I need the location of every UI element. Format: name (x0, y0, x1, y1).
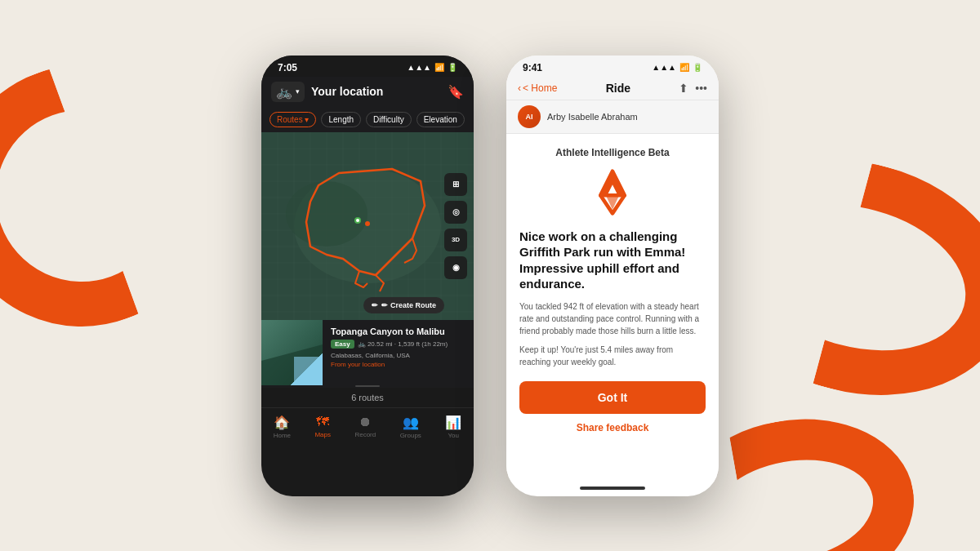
home-icon: 🏠 (274, 415, 290, 430)
route-location: Calabasas, California, USA (331, 352, 466, 359)
left-time: 7:05 (278, 62, 297, 73)
route-thumbnail (261, 320, 323, 385)
3d-button[interactable]: 3D (444, 229, 467, 251)
nav-groups-label: Groups (400, 432, 421, 439)
maps-icon: 🗺 (316, 415, 329, 429)
user-name: Arby Isabelle Abraham (547, 112, 638, 122)
map-controls: ⊞ ◎ 3D ◉ (444, 173, 467, 279)
nav-home-label: Home (274, 432, 291, 439)
length-filter[interactable]: Length (321, 112, 361, 127)
left-phone: 7:05 ▲▲▲ 📶 🔋 🚲 ▾ Your location 🔖 Routes … (261, 56, 474, 496)
svg-rect-31 (294, 357, 323, 385)
nav-record-label: Record (354, 431, 376, 438)
filter-bar: Routes ▾ Length Difficulty Elevation (261, 107, 474, 132)
svg-point-25 (286, 181, 368, 247)
back-button[interactable]: ‹ < Home (518, 82, 557, 94)
difficulty-filter-label: Difficulty (373, 115, 404, 124)
route-card[interactable]: Topanga Canyon to Malibu Easy 🚲 20.52 mi… (261, 320, 474, 385)
location-title: Your location (311, 85, 441, 98)
route-title: Topanga Canyon to Malibu (331, 327, 466, 336)
share-feedback-button[interactable]: Share feedback (519, 419, 706, 437)
route-tags: Easy 🚲 20.52 mi · 1,539 ft (1h 22m) (331, 340, 466, 349)
location-button[interactable]: ◉ (444, 256, 467, 279)
nav-you-label: You (448, 432, 460, 439)
groups-icon: 👥 (403, 415, 419, 430)
user-strip: AI Arby Isabelle Abraham (506, 100, 719, 134)
home-indicator (580, 487, 645, 490)
ai-headline: Nice work on a challenging Griffith Park… (519, 229, 706, 292)
ai-body-2: Keep it up! You're just 5.4 miles away f… (519, 344, 706, 368)
elevation-filter-label: Elevation (424, 115, 457, 124)
nav-maps-label: Maps (314, 431, 331, 438)
strava-logo-container (519, 168, 706, 217)
right-wifi-icon: 📶 (679, 63, 689, 72)
user-avatar: AI (518, 105, 541, 128)
create-route-label: ✏ Create Route (381, 301, 436, 309)
bike-selector[interactable]: 🚲 ▾ (271, 82, 305, 102)
route-stats: 🚲 20.52 mi · 1,539 ft (1h 22m) (358, 340, 448, 348)
share-icon[interactable]: ⬆ (679, 82, 688, 95)
bookmark-icon[interactable]: 🔖 (448, 84, 464, 100)
more-icon[interactable]: ••• (695, 82, 707, 95)
left-bottom-nav: 🏠 Home 🗺 Maps ⏺ Record 👥 Groups 📊 You (261, 407, 474, 449)
svg-point-27 (356, 219, 359, 222)
left-status-bar: 7:05 ▲▲▲ 📶 🔋 (261, 56, 474, 77)
nav-maps[interactable]: 🗺 Maps (314, 415, 331, 438)
elevation-filter[interactable]: Elevation (416, 112, 465, 127)
back-label: < Home (523, 82, 557, 94)
route-from: From your location (331, 361, 466, 368)
nav-home[interactable]: 🏠 Home (274, 415, 291, 439)
wifi-icon: 📶 (434, 63, 444, 72)
left-top-bar: 🚲 ▾ Your location 🔖 (261, 77, 474, 107)
difficulty-tag: Easy (331, 340, 354, 349)
left-status-icons: ▲▲▲ 📶 🔋 (407, 63, 457, 72)
you-icon: 📊 (445, 415, 461, 430)
difficulty-filter[interactable]: Difficulty (366, 112, 412, 127)
right-time: 9:41 (523, 62, 542, 73)
routes-filter[interactable]: Routes ▾ (270, 112, 316, 127)
route-overlay (261, 132, 474, 320)
dropdown-icon: ▾ (296, 87, 300, 96)
ai-panel: Athlete Intelligence Beta Nice w (506, 134, 719, 482)
nav-you[interactable]: 📊 You (445, 415, 461, 439)
nav-groups[interactable]: 👥 Groups (400, 415, 421, 439)
bike-icon: 🚲 (276, 84, 292, 100)
battery-icon: 🔋 (448, 63, 457, 72)
globe-button[interactable]: ◎ (444, 201, 467, 224)
right-battery-icon: 🔋 (693, 63, 702, 72)
signal-icon: ▲▲▲ (407, 63, 431, 72)
routes-filter-label: Routes ▾ (277, 115, 309, 124)
right-phone: 9:41 ▲▲▲ 📶 🔋 ‹ < Home Ride ⬆ ••• AI (506, 56, 719, 496)
ride-title: Ride (606, 82, 630, 95)
pencil-icon: ✏ (372, 301, 378, 309)
nav-record[interactable]: ⏺ Record (354, 415, 376, 438)
ai-panel-title: Athlete Intelligence Beta (519, 147, 706, 158)
back-chevron-icon: ‹ (518, 82, 521, 94)
route-info: Topanga Canyon to Malibu Easy 🚲 20.52 mi… (323, 320, 474, 385)
routes-count: 6 routes (261, 388, 474, 407)
create-route-button[interactable]: ✏ ✏ Create Route (363, 297, 444, 313)
right-status-icons: ▲▲▲ 📶 🔋 (652, 63, 702, 72)
phones-container: 7:05 ▲▲▲ 📶 🔋 🚲 ▾ Your location 🔖 Routes … (0, 0, 980, 551)
layers-button[interactable]: ⊞ (444, 173, 467, 196)
header-action-icons: ⬆ ••• (679, 82, 707, 95)
route-image-svg (261, 320, 323, 385)
right-nav-header: ‹ < Home Ride ⬆ ••• (506, 77, 719, 100)
avatar-initials: AI (526, 113, 533, 121)
map[interactable]: WEST HILLS Hidden Hills Calabasas TARZ..… (261, 132, 474, 320)
record-icon: ⏺ (359, 415, 372, 429)
svg-point-28 (365, 221, 370, 226)
right-status-bar: 9:41 ▲▲▲ 📶 🔋 (506, 56, 719, 77)
ai-body-1: You tackled 942 ft of elevation with a s… (519, 300, 706, 337)
length-filter-label: Length (328, 115, 354, 124)
right-signal-icon: ▲▲▲ (652, 63, 676, 72)
got-it-button[interactable]: Got It (519, 381, 706, 414)
strava-a-icon (588, 168, 637, 217)
